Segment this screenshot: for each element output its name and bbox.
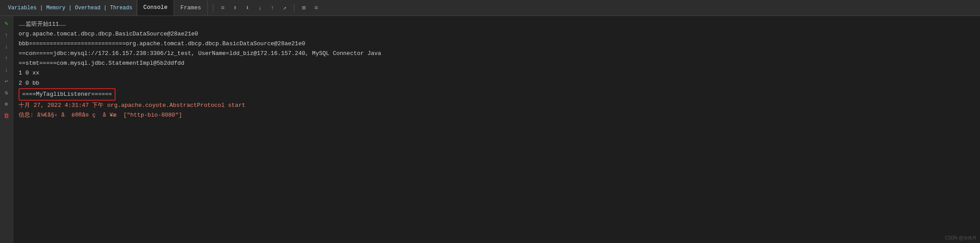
console-line-9: 十月 27, 2022 4:31:47 下午 org.apache.coyote… — [19, 101, 980, 110]
down-gutter-icon[interactable]: ↓ — [2, 42, 12, 51]
variables-tab-label[interactable]: Variables | Memory | Overhead | Threads — [8, 5, 132, 11]
tab-frames[interactable]: Frames — [174, 0, 208, 16]
main-area: ✎ ↑ ↓ ↑ ↓ ↩ ⇅ ⊕ 🗑 ……监听开始111…… org.apache… — [0, 16, 980, 243]
print-gutter-icon[interactable]: ⊕ — [2, 99, 12, 109]
grid-icon[interactable]: ≡ — [311, 3, 321, 13]
download-icon[interactable]: ⬇ — [243, 3, 252, 13]
console-line-8-highlighted: ====MyTaglibListener====== — [19, 88, 116, 101]
up-gutter-icon[interactable]: ↑ — [2, 30, 12, 40]
tab-group-left[interactable]: Variables | Memory | Overhead | Threads — [4, 0, 137, 16]
down2-gutter-icon[interactable]: ↓ — [2, 65, 12, 74]
toolbar-sep-1 — [213, 4, 213, 12]
console-line-3: bbb============================org.apach… — [19, 39, 980, 49]
tab-console[interactable]: Console — [137, 0, 174, 16]
export-icon[interactable]: ↓ — [255, 3, 265, 13]
import-icon[interactable]: ↑ — [267, 3, 277, 13]
console-line-7: 2 0 bb — [19, 78, 980, 88]
redirect-gutter-icon[interactable]: ↩ — [2, 76, 12, 86]
watermark: CSDN @仿佚丹 — [945, 235, 976, 241]
console-content[interactable]: ……监听开始111…… org.apache.tomcat.dbcp.dbcp.… — [13, 16, 980, 243]
console-line-10: 信息: å¼€å§‹ å è®®å¤ ç å ¥æ ["http-bio-808… — [19, 110, 980, 120]
console-line-5: ==stmt=====com.mysql.jdbc.StatementImpl@… — [19, 59, 980, 68]
cursor-icon[interactable]: ↗ — [280, 3, 289, 13]
delete-gutter-icon[interactable]: 🗑 — [2, 111, 12, 121]
console-line-2: org.apache.tomcat.dbcp.dbcp.BasicDataSou… — [19, 29, 980, 39]
toolbar-icons: ≡ ⬆ ⬇ ↓ ↑ ↗ ⊞ ≡ — [211, 3, 321, 13]
console-line-8-wrapper: ====MyTaglibListener====== — [19, 88, 980, 101]
tab-bar: Variables | Memory | Overhead | Threads … — [0, 0, 980, 16]
menu-icon[interactable]: ≡ — [218, 3, 228, 13]
sort-gutter-icon[interactable]: ⇅ — [2, 88, 12, 98]
console-line-4: ==con=====jdbc:mysql://172.16.157.238:33… — [19, 49, 980, 59]
console-line-1: ……监听开始111…… — [19, 20, 980, 29]
console-line-6: 1 0 xx — [19, 68, 980, 78]
up2-gutter-icon[interactable]: ↑ — [2, 53, 12, 63]
up-to-icon[interactable]: ⬆ — [230, 3, 240, 13]
toolbar-sep-2 — [294, 4, 294, 12]
left-gutter: ✎ ↑ ↓ ↑ ↓ ↩ ⇅ ⊕ 🗑 — [0, 16, 13, 243]
edit-gutter-icon[interactable]: ✎ — [2, 19, 12, 28]
table-icon[interactable]: ⊞ — [299, 3, 309, 13]
